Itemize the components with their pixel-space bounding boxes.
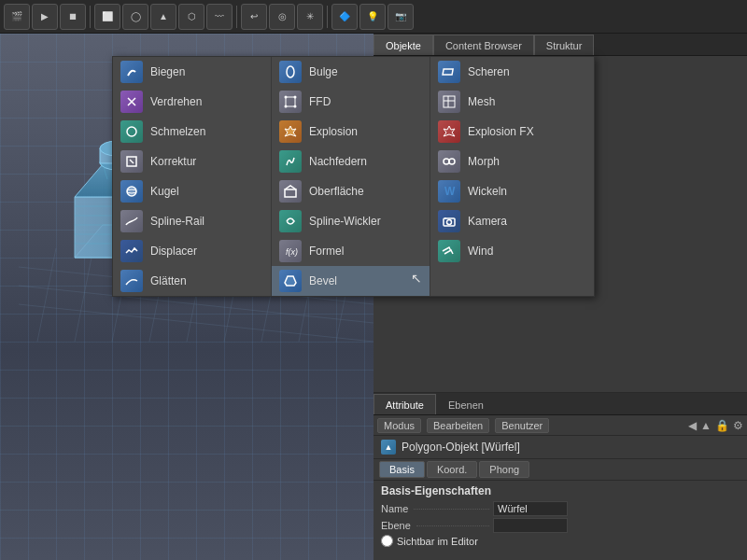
attribute-toolbar: Modus Bearbeiten Benutzer ◀ ▲ 🔒 ⚙: [374, 415, 747, 436]
kamera-icon: [438, 210, 460, 232]
menu-item-spline-rail[interactable]: Spline-Rail: [113, 206, 271, 236]
menu-item-morph[interactable]: Morph: [430, 147, 594, 176]
menu-item-schmelzen[interactable]: Schmelzen: [113, 117, 271, 147]
prop-tab-basis[interactable]: Basis: [379, 461, 425, 478]
attr-arrow-up[interactable]: ▲: [700, 419, 712, 432]
dropdown-menu: Biegen Verdrehen Schmelzen: [112, 56, 595, 297]
attr-btn-benutzer[interactable]: Benutzer: [495, 418, 549, 433]
toolbar-separator-2: [236, 6, 237, 28]
svg-text:W: W: [444, 185, 456, 198]
oberflache-icon: [279, 180, 302, 203]
main-layout: Objekte Content Browser Struktur Biegen: [0, 34, 747, 560]
attr-arrow-left[interactable]: ◀: [688, 419, 697, 432]
menu-item-glatten[interactable]: Glätten: [113, 266, 271, 296]
prop-value-ebene[interactable]: [493, 518, 568, 533]
toolbar-btn-film[interactable]: 🎬: [4, 4, 30, 30]
svg-point-51: [294, 105, 297, 108]
toolbar-btn-ring[interactable]: ◎: [269, 4, 295, 30]
prop-value-name[interactable]: [493, 501, 568, 516]
toolbar-btn-circle[interactable]: ◯: [122, 4, 148, 30]
section-title: Basis-Eigenschaften: [381, 484, 740, 497]
menu-item-mesh[interactable]: Mesh: [430, 87, 594, 117]
property-tabs: Basis Koord. Phong: [374, 459, 747, 481]
nachfedern-icon: [279, 150, 302, 173]
attr-btn-modus[interactable]: Modus: [377, 418, 421, 433]
toolbar-btn-deform[interactable]: 🔷: [331, 4, 358, 30]
svg-point-41: [127, 127, 136, 136]
prop-tab-koord[interactable]: Koord.: [427, 461, 477, 478]
toolbar-btn-play[interactable]: ▶: [32, 4, 58, 30]
biegen-icon: [120, 61, 143, 83]
toolbar-separator-3: [327, 6, 328, 28]
tab-struktur[interactable]: Struktur: [534, 35, 595, 55]
svg-line-3: [37, 248, 56, 342]
menu-item-korrektur[interactable]: Korrektur: [113, 147, 271, 176]
prop-tab-phong[interactable]: Phong: [479, 461, 529, 478]
menu-item-formel[interactable]: f(x) Formel: [272, 236, 430, 266]
tab-content-browser[interactable]: Content Browser: [433, 35, 534, 55]
toolbar-btn-cube[interactable]: ⬜: [94, 4, 120, 30]
toolbar-btn-star[interactable]: ✳: [297, 4, 323, 30]
wind-icon: [438, 240, 460, 262]
menu-item-explosion-fx[interactable]: Explosion FX: [430, 117, 594, 147]
svg-point-49: [294, 96, 297, 99]
menu-item-scheren[interactable]: Scheren: [430, 57, 594, 87]
toolbar-btn-sphere[interactable]: ⬡: [178, 4, 204, 30]
menu-item-wickeln[interactable]: W Wickeln: [430, 176, 594, 206]
svg-rect-57: [444, 96, 455, 107]
toolbar-btn-curve[interactable]: ↩: [241, 4, 267, 30]
attr-settings[interactable]: ⚙: [733, 419, 743, 432]
tab-bar: Objekte Content Browser Struktur: [374, 34, 747, 56]
right-panel: Objekte Content Browser Struktur Biegen: [374, 34, 747, 560]
displacer-icon: [120, 240, 143, 262]
svg-marker-60: [444, 126, 455, 136]
menu-item-bevel[interactable]: Bevel ↖: [272, 266, 430, 296]
menu-item-ffd[interactable]: FFD: [272, 87, 430, 117]
svg-point-44: [127, 187, 136, 196]
svg-text:f(x): f(x): [286, 247, 298, 257]
menu-item-wind[interactable]: Wind: [430, 236, 594, 266]
menu-item-oberflache[interactable]: Oberfläche: [272, 176, 430, 206]
dropdown-area: Biegen Verdrehen Schmelzen: [374, 56, 747, 392]
explosion-icon: [279, 120, 302, 143]
toolbar-btn-wave[interactable]: 〰: [206, 4, 233, 30]
toolbar-btn-camera[interactable]: 📷: [388, 4, 414, 30]
menu-item-displacer[interactable]: Displacer: [113, 236, 271, 266]
prop-label-sichtbar: Sichtbar im Editor: [397, 536, 478, 547]
svg-marker-52: [285, 126, 296, 136]
attr-btn-bearbeiten[interactable]: Bearbeiten: [427, 418, 489, 433]
menu-item-kugel[interactable]: Kugel: [113, 176, 271, 206]
svg-line-4: [75, 248, 93, 342]
menu-item-nachfedern[interactable]: Nachfedern: [272, 147, 430, 176]
attribute-panel: Attribute Ebenen Modus Bearbeiten Benutz…: [374, 392, 747, 560]
morph-icon: [438, 150, 460, 173]
menu-item-spline-wickler[interactable]: Spline-Wickler: [272, 206, 430, 236]
svg-point-66: [447, 220, 452, 225]
attr-tab-attribute[interactable]: Attribute: [374, 394, 436, 414]
attr-tab-ebenen[interactable]: Ebenen: [436, 394, 496, 414]
toolbar-btn-stop[interactable]: ⏹: [60, 4, 86, 30]
prop-row-sichtbar: Sichtbar im Editor: [381, 535, 740, 547]
prop-radio-sichtbar[interactable]: [381, 535, 393, 547]
attr-lock[interactable]: 🔒: [715, 419, 729, 432]
bevel-icon: [279, 270, 302, 292]
menu-item-explosion[interactable]: Explosion: [272, 117, 430, 147]
svg-rect-56: [443, 69, 453, 75]
menu-item-verdrehen[interactable]: Verdrehen: [113, 87, 271, 117]
schmelzen-icon: [120, 120, 143, 143]
menu-col-3: Scheren Mesh Explosion FX: [430, 57, 594, 296]
object-icon: ▲: [381, 440, 396, 455]
menu-item-kamera[interactable]: Kamera: [430, 206, 594, 236]
tab-objekte[interactable]: Objekte: [374, 35, 433, 55]
toolbar-btn-light[interactable]: 💡: [359, 4, 386, 30]
menu-item-bulge[interactable]: Bulge: [272, 57, 430, 87]
svg-marker-55: [285, 276, 296, 286]
attr-toolbar-right: ◀ ▲ 🔒 ⚙: [688, 419, 743, 432]
toolbar-separator-1: [90, 6, 91, 28]
toolbar-btn-cone[interactable]: ▲: [150, 4, 176, 30]
menu-item-biegen[interactable]: Biegen: [113, 57, 271, 87]
mesh-icon: [438, 91, 460, 113]
prop-row-name: Name: [381, 501, 740, 516]
prop-dots-name: [414, 509, 489, 510]
ffd-icon: [279, 91, 302, 113]
